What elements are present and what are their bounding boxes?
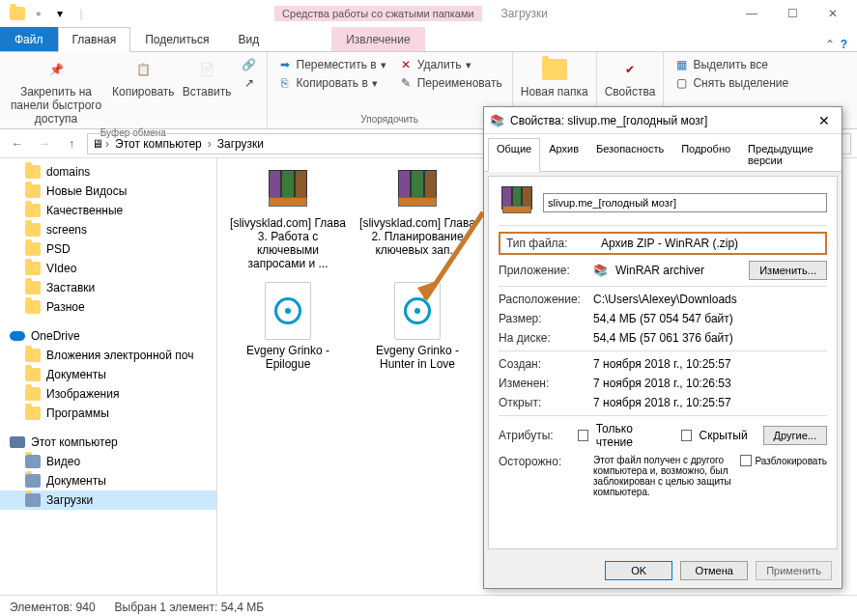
dialog-titlebar[interactable]: 📚 Свойства: slivup.me_[голодный мозг] ✕ — [484, 107, 842, 134]
value-accessed: 7 ноября 2018 г., 10:25:57 — [593, 396, 827, 409]
up-button[interactable]: ↑ — [60, 132, 83, 155]
copy-to-button[interactable]: ⎘Копировать в ▾ — [275, 74, 388, 92]
copy-icon: 📋 — [129, 56, 157, 83]
select-all-button[interactable]: ▦Выделить все — [671, 56, 790, 73]
close-button[interactable]: ✕ — [813, 2, 853, 25]
dialog-tab-archive[interactable]: Архив — [540, 138, 587, 171]
file-item[interactable]: Evgeny Grinko - Epilogue — [225, 278, 351, 375]
tab-view[interactable]: Вид — [223, 27, 273, 51]
copy-path-button[interactable]: 🔗 — [240, 56, 259, 73]
folder-icon — [25, 387, 41, 401]
file-name: Evgeny Grinko - Epilogue — [229, 344, 347, 371]
cancel-button[interactable]: Отмена — [680, 561, 748, 580]
readonly-checkbox[interactable] — [578, 430, 587, 441]
back-button[interactable]: ← — [6, 132, 29, 155]
move-to-button[interactable]: ➡Переместить в ▾ — [275, 56, 388, 73]
value-type: Архив ZIP - WinRAR (.zip) — [601, 237, 819, 250]
tab-extract[interactable]: Извлечение — [331, 27, 424, 51]
value-app: WinRAR archiver — [615, 264, 741, 277]
status-selected: Выбран 1 элемент: 54,4 МБ — [115, 601, 265, 614]
status-count: Элементов: 940 — [10, 601, 96, 614]
sidebar-item[interactable]: Новые Видосы — [0, 182, 216, 201]
value-created: 7 ноября 2018 г., 10:25:57 — [593, 357, 827, 371]
apply-button[interactable]: Применить — [756, 561, 832, 580]
onedrive-icon — [10, 331, 25, 341]
sidebar-item[interactable]: Документы — [0, 471, 216, 490]
organize-group-label: Упорядочить — [360, 112, 418, 126]
file-item[interactable]: [slivysklad.com] Глава 2. Планирование к… — [355, 166, 480, 274]
sidebar-item[interactable]: Изображения — [0, 384, 216, 404]
tab-home[interactable]: Главная — [58, 27, 131, 52]
filename-input[interactable] — [543, 193, 827, 212]
label-created: Создан: — [499, 357, 586, 371]
value-caution: Этот файл получен с другого компьютера и… — [593, 455, 732, 497]
window-titlebar: ▫ ▾ | Средства работы со сжатыми папками… — [0, 0, 857, 27]
tab-file[interactable]: Файл — [0, 27, 58, 51]
maximize-button[interactable]: ☐ — [772, 2, 813, 25]
forward-button[interactable]: → — [33, 132, 56, 155]
ribbon-tabs: Файл Главная Поделиться Вид Извлечение ⌃… — [0, 27, 857, 52]
dialog-tab-previous[interactable]: Предыдущие версии — [739, 138, 838, 171]
pin-button[interactable]: 📌 Закрепить на панели быстрого доступа — [8, 56, 104, 126]
quick-access-toolbar: ▫ ▾ | — [4, 4, 91, 23]
sidebar-item[interactable]: Заставки — [0, 278, 216, 297]
paste-shortcut-button[interactable]: ↗ — [240, 74, 259, 92]
copy-button[interactable]: 📋 Копировать — [112, 56, 175, 98]
archive-small-icon: 📚 — [490, 114, 504, 127]
pc-icon: 🖥 — [92, 137, 103, 151]
check-icon[interactable]: ▫ — [29, 4, 48, 23]
dialog-tab-details[interactable]: Подробно — [672, 138, 739, 171]
sidebar-item[interactable]: PSD — [0, 239, 216, 259]
sidebar-item[interactable]: Видео — [0, 452, 216, 471]
label-size: Размер: — [499, 312, 586, 325]
breadcrumb-pc[interactable]: Этот компьютер — [111, 137, 206, 151]
minimize-button[interactable]: — — [731, 2, 772, 25]
dialog-tab-security[interactable]: Безопасность — [587, 138, 672, 171]
status-bar: Элементов: 940 Выбран 1 элемент: 54,4 МБ — [0, 595, 857, 616]
sidebar-item[interactable]: VIdeo — [0, 259, 216, 278]
hidden-checkbox[interactable] — [681, 430, 691, 441]
tab-share[interactable]: Поделиться — [130, 27, 223, 51]
folder-icon — [25, 493, 41, 507]
sidebar-item-downloads[interactable]: Загрузки — [0, 490, 216, 510]
folder-icon — [25, 223, 41, 237]
folder-icon — [25, 281, 41, 294]
label-ondisk: На диске: — [499, 331, 586, 345]
dialog-tab-general[interactable]: Общие — [488, 138, 540, 172]
chevron-up-icon[interactable]: ⌃ — [825, 38, 835, 51]
delete-button[interactable]: ✕Удалить ▾ — [396, 56, 504, 73]
other-attrs-button[interactable]: Другие... — [763, 426, 827, 445]
folder-icon — [25, 204, 41, 217]
properties-dialog: 📚 Свойства: slivup.me_[голодный мозг] ✕ … — [483, 106, 843, 589]
label-type: Тип файла: — [506, 237, 593, 250]
sidebar-item[interactable]: Программы — [0, 404, 216, 423]
ok-button[interactable]: OK — [605, 561, 672, 580]
unblock-checkbox[interactable] — [740, 455, 752, 466]
sidebar-item[interactable]: Разное — [0, 297, 216, 317]
properties-button[interactable]: ✔ Свойства — [605, 56, 656, 98]
help-icon[interactable]: ? — [841, 38, 847, 51]
sidebar-item[interactable]: Документы — [0, 365, 216, 384]
dialog-close-button[interactable]: ✕ — [813, 113, 836, 128]
new-folder-button[interactable]: Новая папка — [521, 56, 588, 98]
audio-icon — [394, 282, 441, 340]
file-item[interactable]: Evgeny Grinko - Hunter in Love — [355, 278, 480, 375]
pc-icon — [10, 436, 25, 448]
sidebar-item[interactable]: domains — [0, 162, 216, 182]
paste-button[interactable]: 📄 Вставить — [183, 56, 232, 98]
sidebar-item[interactable]: screens — [0, 220, 216, 239]
folder-icon — [25, 184, 41, 198]
filetype-highlight: Тип файла: Архив ZIP - WinRAR (.zip) — [499, 232, 827, 255]
sidebar-onedrive[interactable]: OneDrive — [0, 326, 216, 346]
clear-selection-button[interactable]: ▢Снять выделение — [671, 74, 790, 92]
folder-icon — [25, 242, 41, 256]
file-item[interactable]: [slivysklad.com] Глава 3. Работа с ключе… — [225, 166, 351, 274]
dropdown-icon[interactable]: ▾ — [50, 4, 70, 23]
label-caution: Осторожно: — [499, 455, 586, 468]
change-button[interactable]: Изменить... — [749, 261, 827, 280]
sidebar-item[interactable]: Вложения электронной поч — [0, 346, 216, 365]
rename-button[interactable]: ✎Переименовать — [396, 74, 504, 92]
sidebar-item[interactable]: Качественные — [0, 201, 216, 220]
breadcrumb-downloads[interactable]: Загрузки — [214, 137, 268, 151]
sidebar-this-pc[interactable]: Этот компьютер — [0, 433, 216, 452]
